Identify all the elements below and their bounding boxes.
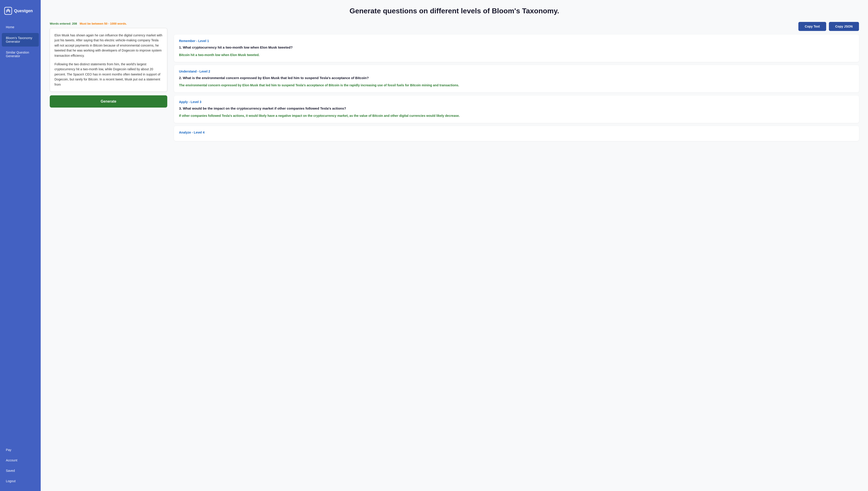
word-count: Words entered: 208 xyxy=(50,22,77,25)
qa-card-2: Understand - Level 2 2. What is the envi… xyxy=(174,65,859,92)
qa-answer-2: The environmental concern expressed by E… xyxy=(179,83,854,88)
qa-level-2: Understand - Level 2 xyxy=(179,69,854,73)
generate-button[interactable]: Generate xyxy=(50,95,167,108)
logo-area: Questgen xyxy=(0,4,41,22)
qa-question-2: 2. What is the environmental concern exp… xyxy=(179,76,854,81)
right-panel: Copy Text Copy JSON Remember - Level 1 1… xyxy=(174,22,859,144)
qa-answer-1: Bitcoin hit a two-month low when Elon Mu… xyxy=(179,52,854,57)
page-title: Generate questions on different levels o… xyxy=(50,7,859,15)
qa-level-1: Remember - Level 1 xyxy=(179,39,854,43)
copy-buttons: Copy Text Copy JSON xyxy=(174,22,859,31)
word-count-bar: Words entered: 208 Must be between 50 - … xyxy=(50,22,167,25)
text-input-area[interactable]: Elon Musk has shown again he can influen… xyxy=(50,28,167,92)
qa-card-3: Apply - Level 3 3. What would be the imp… xyxy=(174,95,859,123)
logo-text: Questgen xyxy=(14,8,33,13)
nav-item-similar[interactable]: Similar Question Generator xyxy=(2,48,39,61)
qa-question-1: 1. What cryptocurrency hit a two-month l… xyxy=(179,45,854,50)
qa-level-4: Analyze - Level 4 xyxy=(179,131,854,134)
svg-rect-0 xyxy=(4,7,12,15)
left-panel: Words entered: 208 Must be between 50 - … xyxy=(50,22,167,108)
qa-answer-3: If other companies followed Tesla's acti… xyxy=(179,113,854,118)
qa-card-1: Remember - Level 1 1. What cryptocurrenc… xyxy=(174,35,859,62)
nav-item-blooms[interactable]: Bloom's Taxonomy Generator xyxy=(2,33,39,47)
copy-json-button[interactable]: Copy JSON xyxy=(829,22,859,31)
content-area: Words entered: 208 Must be between 50 - … xyxy=(50,22,859,144)
nav-item-account[interactable]: Account xyxy=(2,455,39,465)
input-paragraph-2: Following the two distinct statements fr… xyxy=(54,62,163,87)
nav-item-saved[interactable]: Saved xyxy=(2,466,39,475)
copy-text-button[interactable]: Copy Text xyxy=(799,22,826,31)
input-paragraph-1: Elon Musk has shown again he can influen… xyxy=(54,33,163,58)
nav-item-pay[interactable]: Pay xyxy=(2,445,39,455)
nav-item-logout[interactable]: Logout xyxy=(2,476,39,486)
qa-card-4: Analyze - Level 4 xyxy=(174,126,859,141)
qa-question-3: 3. What would be the impact on the crypt… xyxy=(179,106,854,111)
nav-item-home[interactable]: Home xyxy=(2,22,39,32)
word-limit: Must be between 50 - 1000 words. xyxy=(80,22,127,25)
qa-level-3: Apply - Level 3 xyxy=(179,100,854,104)
sidebar: Questgen Home Bloom's Taxonomy Generator… xyxy=(0,0,41,491)
main-content: Generate questions on different levels o… xyxy=(41,0,868,491)
logo-icon xyxy=(4,7,12,15)
